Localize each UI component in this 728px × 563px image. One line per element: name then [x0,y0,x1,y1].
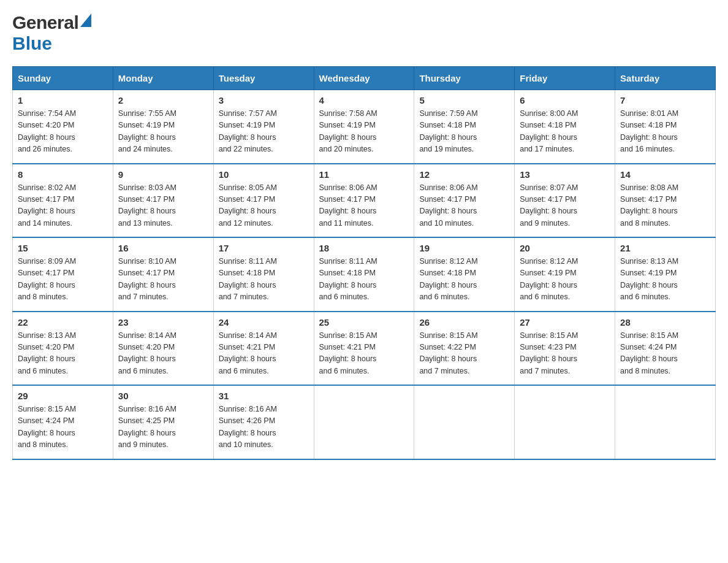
calendar-table: SundayMondayTuesdayWednesdayThursdayFrid… [12,66,716,460]
daylight-minutes-text: and 7 minutes. [520,367,570,375]
sunrise-text: Sunrise: 8:15 AM [620,331,678,340]
calendar-cell: 1Sunrise: 7:54 AMSunset: 4:20 PMDaylight… [13,90,113,164]
sunrise-text: Sunrise: 8:12 AM [520,257,578,266]
sunset-text: Sunset: 4:19 PM [118,121,175,129]
calendar-cell: 15Sunrise: 8:09 AMSunset: 4:17 PMDayligh… [13,237,113,312]
day-number: 27 [520,317,610,327]
calendar-cell: 2Sunrise: 7:55 AMSunset: 4:19 PMDaylight… [113,90,213,164]
sunset-text: Sunset: 4:20 PM [118,343,175,351]
sunset-text: Sunset: 4:18 PM [620,121,677,129]
column-header-monday: Monday [113,67,213,90]
day-number: 17 [219,243,309,253]
sunrise-text: Sunrise: 8:16 AM [219,405,277,413]
sunrise-text: Sunrise: 8:15 AM [419,331,477,340]
daylight-minutes-text: and 7 minutes. [118,293,169,301]
sunset-text: Sunset: 4:17 PM [118,195,175,204]
day-info: Sunrise: 7:57 AMSunset: 4:19 PMDaylight:… [219,108,309,156]
calendar-cell: 20Sunrise: 8:12 AMSunset: 4:19 PMDayligh… [515,237,615,312]
logo: General Blue [12,12,91,54]
sunrise-text: Sunrise: 8:05 AM [219,183,277,192]
daylight-text: Daylight: 8 hours [18,354,75,363]
sunset-text: Sunset: 4:17 PM [520,195,576,204]
day-number: 30 [118,391,208,401]
day-number: 7 [620,95,710,105]
sunset-text: Sunset: 4:17 PM [18,269,74,277]
day-number: 8 [18,169,108,180]
sunset-text: Sunset: 4:17 PM [319,195,376,204]
sunset-text: Sunset: 4:23 PM [520,343,576,351]
sunrise-text: Sunrise: 8:01 AM [620,109,678,118]
sunset-text: Sunset: 4:24 PM [620,343,677,351]
day-number: 23 [118,317,208,327]
daylight-minutes-text: and 9 minutes. [118,440,169,449]
daylight-minutes-text: and 6 minutes. [419,293,469,301]
day-info: Sunrise: 8:14 AMSunset: 4:21 PMDaylight:… [219,330,309,378]
sunrise-text: Sunrise: 8:15 AM [319,331,377,340]
sunset-text: Sunset: 4:17 PM [620,195,677,204]
sunset-text: Sunset: 4:18 PM [219,269,275,277]
calendar-header-row: SundayMondayTuesdayWednesdayThursdayFrid… [13,67,716,90]
daylight-minutes-text: and 20 minutes. [319,145,374,153]
daylight-minutes-text: and 8 minutes. [18,293,68,301]
calendar-cell: 18Sunrise: 8:11 AMSunset: 4:18 PMDayligh… [314,237,414,312]
daylight-minutes-text: and 7 minutes. [419,367,469,375]
column-header-friday: Friday [515,67,615,90]
day-info: Sunrise: 8:15 AMSunset: 4:21 PMDaylight:… [319,330,409,378]
logo-blue-text: Blue [12,33,52,54]
daylight-text: Daylight: 8 hours [520,281,577,289]
day-info: Sunrise: 8:13 AMSunset: 4:20 PMDaylight:… [18,330,108,378]
calendar-cell: 28Sunrise: 8:15 AMSunset: 4:24 PMDayligh… [615,312,716,386]
day-info: Sunrise: 8:15 AMSunset: 4:24 PMDaylight:… [18,404,108,451]
day-info: Sunrise: 8:15 AMSunset: 4:24 PMDaylight:… [620,330,710,378]
daylight-minutes-text: and 8 minutes. [18,440,68,449]
daylight-minutes-text: and 12 minutes. [219,219,273,228]
sunrise-text: Sunrise: 7:54 AM [18,109,76,118]
sunrise-text: Sunrise: 7:57 AM [219,109,277,118]
sunset-text: Sunset: 4:19 PM [620,269,677,277]
daylight-text: Daylight: 8 hours [118,281,176,289]
sunset-text: Sunset: 4:24 PM [18,416,74,425]
day-number: 3 [219,95,309,105]
day-number: 19 [419,243,509,253]
daylight-minutes-text: and 8 minutes. [620,219,670,228]
daylight-text: Daylight: 8 hours [520,207,577,215]
daylight-text: Daylight: 8 hours [520,133,577,142]
sunrise-text: Sunrise: 8:14 AM [118,331,176,340]
daylight-text: Daylight: 8 hours [219,281,276,289]
sunrise-text: Sunrise: 8:11 AM [319,257,377,266]
day-number: 31 [219,391,309,401]
day-info: Sunrise: 8:13 AMSunset: 4:19 PMDaylight:… [620,256,710,304]
daylight-text: Daylight: 8 hours [18,281,75,289]
day-info: Sunrise: 8:16 AMSunset: 4:25 PMDaylight:… [118,404,208,451]
sunset-text: Sunset: 4:21 PM [319,343,376,351]
sunrise-text: Sunrise: 7:58 AM [319,109,377,118]
daylight-minutes-text: and 6 minutes. [219,367,269,375]
daylight-minutes-text: and 10 minutes. [419,219,474,228]
sunset-text: Sunset: 4:19 PM [520,269,576,277]
calendar-cell: 16Sunrise: 8:10 AMSunset: 4:17 PMDayligh… [113,237,213,312]
daylight-minutes-text: and 7 minutes. [219,293,269,301]
day-info: Sunrise: 8:06 AMSunset: 4:17 PMDaylight:… [419,182,509,230]
calendar-cell: 30Sunrise: 8:16 AMSunset: 4:25 PMDayligh… [113,385,213,459]
calendar-cell: 23Sunrise: 8:14 AMSunset: 4:20 PMDayligh… [113,312,213,386]
day-info: Sunrise: 8:12 AMSunset: 4:18 PMDaylight:… [419,256,509,304]
day-info: Sunrise: 7:55 AMSunset: 4:19 PMDaylight:… [118,108,208,156]
calendar-cell: 5Sunrise: 7:59 AMSunset: 4:18 PMDaylight… [414,90,515,164]
calendar-week-1: 1Sunrise: 7:54 AMSunset: 4:20 PMDaylight… [13,90,716,164]
sunset-text: Sunset: 4:18 PM [319,269,376,277]
day-info: Sunrise: 7:58 AMSunset: 4:19 PMDaylight:… [319,108,409,156]
calendar-week-3: 15Sunrise: 8:09 AMSunset: 4:17 PMDayligh… [13,237,716,312]
daylight-minutes-text: and 8 minutes. [620,367,670,375]
column-header-saturday: Saturday [615,67,716,90]
day-info: Sunrise: 8:00 AMSunset: 4:18 PMDaylight:… [520,108,610,156]
sunrise-text: Sunrise: 8:15 AM [520,331,578,340]
column-header-tuesday: Tuesday [213,67,314,90]
day-number: 24 [219,317,309,327]
calendar-cell: 22Sunrise: 8:13 AMSunset: 4:20 PMDayligh… [13,312,113,386]
daylight-minutes-text: and 14 minutes. [18,219,72,228]
calendar-cell [314,385,414,459]
logo-triangle-icon [80,13,91,29]
day-info: Sunrise: 8:05 AMSunset: 4:17 PMDaylight:… [219,182,309,230]
column-header-wednesday: Wednesday [314,67,414,90]
sunrise-text: Sunrise: 8:11 AM [219,257,277,266]
